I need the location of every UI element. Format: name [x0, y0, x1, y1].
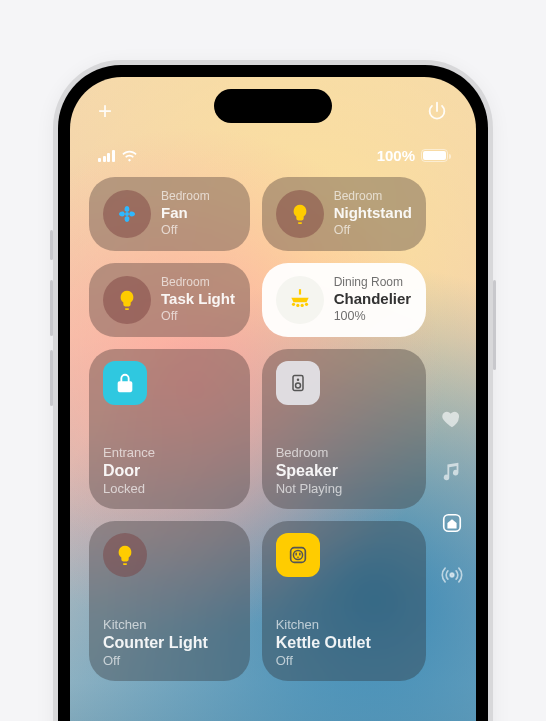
tile-name-label: Door: [103, 461, 236, 481]
airdrop-icon[interactable]: [440, 563, 464, 587]
dynamic-island: [214, 89, 332, 123]
side-rail: [440, 407, 464, 587]
tile-status-label: Locked: [103, 481, 236, 497]
tile-room-label: Bedroom: [276, 445, 412, 461]
bulb-icon: [103, 276, 151, 324]
battery-percentage: 100%: [377, 147, 415, 164]
tile-name-label: Nightstand: [334, 204, 412, 223]
tile-name-label: Fan: [161, 204, 210, 223]
tile-name-label: Counter Light: [103, 633, 236, 653]
lock-icon: [103, 361, 147, 405]
status-bar: 100%: [70, 147, 476, 164]
tile-entrance-door[interactable]: Entrance Door Locked: [89, 349, 250, 509]
tile-room-label: Bedroom: [161, 275, 235, 290]
volume-down-button: [50, 350, 53, 406]
svg-point-10: [293, 550, 302, 559]
tile-name-label: Speaker: [276, 461, 412, 481]
cellular-icon: [98, 150, 115, 162]
svg-rect-12: [299, 553, 300, 556]
tile-status-label: Off: [276, 653, 412, 669]
tile-room-label: Kitchen: [103, 617, 236, 633]
outlet-icon: [276, 533, 320, 577]
svg-point-7: [296, 378, 299, 381]
tile-room-label: Entrance: [103, 445, 236, 461]
tile-room-label: Dining Room: [334, 275, 412, 290]
bulb-icon: [276, 190, 324, 238]
chandelier-icon: [276, 276, 324, 324]
wifi-icon: [121, 147, 138, 164]
tile-room-label: Bedroom: [161, 189, 210, 204]
svg-point-4: [300, 304, 303, 307]
volume-up-button: [50, 280, 53, 336]
add-control-button[interactable]: +: [98, 99, 112, 123]
tile-status-label: Not Playing: [276, 481, 412, 497]
tile-status-label: 100%: [334, 309, 412, 325]
tile-kitchen-kettle-outlet[interactable]: Kitchen Kettle Outlet Off: [262, 521, 426, 681]
svg-point-3: [296, 304, 299, 307]
svg-point-5: [305, 303, 308, 306]
music-icon[interactable]: [440, 459, 464, 483]
tile-dining-chandelier[interactable]: Dining Room Chandelier 100%: [262, 263, 426, 337]
svg-rect-11: [295, 553, 296, 556]
svg-point-15: [450, 573, 454, 577]
svg-rect-1: [299, 289, 301, 294]
home-tiles-grid: Bedroom Fan Off Bedroom Nightstand Off: [89, 177, 426, 681]
tile-kitchen-counter-light[interactable]: Kitchen Counter Light Off: [89, 521, 250, 681]
power-button: [493, 280, 496, 370]
power-icon[interactable]: [426, 100, 448, 122]
tile-status-label: Off: [103, 653, 236, 669]
screen: + 100%: [70, 77, 476, 721]
tile-bedroom-task-light[interactable]: Bedroom Task Light Off: [89, 263, 250, 337]
phone-bezel: + 100%: [58, 65, 488, 721]
tile-name-label: Chandelier: [334, 290, 412, 309]
tile-room-label: Bedroom: [334, 189, 412, 204]
tile-status-label: Off: [161, 309, 235, 325]
svg-point-8: [295, 383, 300, 388]
speaker-icon: [276, 361, 320, 405]
battery-icon: [421, 149, 448, 162]
tile-bedroom-nightstand[interactable]: Bedroom Nightstand Off: [262, 177, 426, 251]
bulb-icon: [103, 533, 147, 577]
svg-point-13: [297, 556, 299, 558]
tile-name-label: Kettle Outlet: [276, 633, 412, 653]
tile-status-label: Off: [334, 223, 412, 239]
fan-icon: [103, 190, 151, 238]
tile-room-label: Kitchen: [276, 617, 412, 633]
favorites-icon[interactable]: [440, 407, 464, 431]
svg-point-0: [125, 212, 129, 216]
side-button: [50, 230, 53, 260]
svg-point-2: [292, 303, 295, 306]
phone-frame: + 100%: [53, 60, 493, 721]
home-icon[interactable]: [440, 511, 464, 535]
tile-status-label: Off: [161, 223, 210, 239]
tile-name-label: Task Light: [161, 290, 235, 309]
tile-bedroom-fan[interactable]: Bedroom Fan Off: [89, 177, 250, 251]
tile-bedroom-speaker[interactable]: Bedroom Speaker Not Playing: [262, 349, 426, 509]
